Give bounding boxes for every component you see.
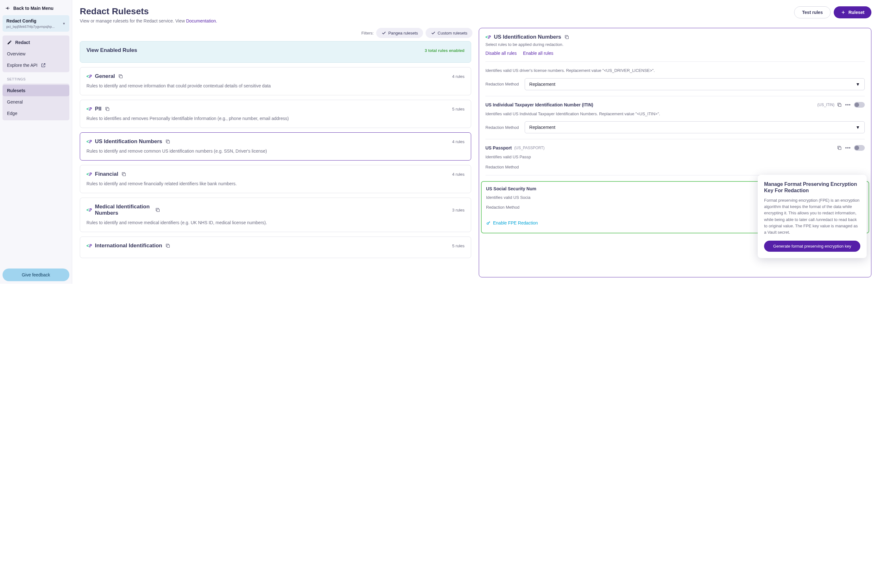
- main: Redact Rulesets View or manage rulesets …: [72, 0, 879, 284]
- enable-all-link[interactable]: Enable all rules: [523, 51, 554, 56]
- generate-fpe-key-button[interactable]: Generate format preserving encryption ke…: [764, 241, 860, 252]
- page-title: Redact Rulesets: [80, 6, 217, 16]
- filter-pangea-chip[interactable]: Pangea rulesets: [376, 28, 423, 38]
- documentation-link[interactable]: Documentation.: [186, 18, 217, 23]
- svg-rect-7: [839, 104, 842, 106]
- more-icon[interactable]: •••: [845, 146, 851, 150]
- copy-icon[interactable]: [837, 146, 842, 150]
- card-count: 4 rules: [452, 172, 465, 177]
- svg-rect-1: [106, 108, 109, 111]
- chevron-down-icon: ▼: [856, 82, 860, 87]
- config-label: Redact Config: [6, 18, 55, 23]
- ruleset-list[interactable]: View Enabled Rules 3 total rules enabled…: [80, 41, 472, 278]
- nav-rulesets[interactable]: Rulesets: [3, 85, 69, 96]
- card-desc: Rules to identifies and removes Personal…: [87, 115, 465, 122]
- svg-point-9: [487, 223, 489, 224]
- rule-code: (US_ITIN): [817, 103, 834, 107]
- copy-icon[interactable]: [837, 102, 842, 107]
- nav-block-settings: Rulesets General Edge: [3, 84, 69, 120]
- rule-toggle[interactable]: [854, 145, 865, 151]
- detail-title: US Identification Numbers: [494, 34, 561, 40]
- rule-desc: Identifies valid US Passp: [485, 154, 865, 160]
- card-count: 4 rules: [452, 74, 465, 79]
- settings-section-label: SETTINGS: [3, 77, 69, 84]
- copy-icon[interactable]: [165, 139, 170, 144]
- filter-custom-chip[interactable]: Custom rulesets: [426, 28, 472, 38]
- card-count: 4 rules: [452, 140, 465, 144]
- popover-body: Format preserving encryption (FPE) is an…: [764, 197, 860, 236]
- check-icon: [430, 30, 436, 36]
- external-link-icon: [41, 63, 46, 68]
- page-subtitle: View or manage rulesets for the Redact s…: [80, 18, 217, 23]
- card-pii[interactable]: PII 5 rules Rules to identifies and remo…: [80, 100, 471, 128]
- pangea-icon: [87, 243, 92, 249]
- config-id: pci_lxpj5fek67hfp7ygvmpsjhp...: [6, 25, 55, 28]
- chevron-down-icon: ▼: [62, 22, 66, 26]
- svg-rect-0: [120, 75, 122, 78]
- card-desc: Rules to identify and remove medical ide…: [87, 219, 465, 226]
- back-label: Back to Main Menu: [13, 6, 54, 11]
- copy-icon[interactable]: [121, 172, 126, 177]
- nav-explore-api[interactable]: Explore the API: [3, 60, 69, 71]
- card-medical[interactable]: Medical Identification Numbers 3 rules R…: [80, 198, 471, 232]
- detail-panel: US Identification Numbers Select rules t…: [479, 28, 872, 278]
- rule-desc: Identifies valid US Individual Taxpayer …: [485, 111, 865, 117]
- svg-rect-6: [566, 36, 569, 39]
- nav-overview[interactable]: Overview: [3, 48, 69, 60]
- card-title: General: [95, 73, 115, 80]
- new-ruleset-button[interactable]: Ruleset: [834, 6, 872, 18]
- svg-rect-2: [167, 141, 170, 143]
- card-intl[interactable]: International Identification 5 rules: [80, 237, 471, 258]
- copy-icon[interactable]: [105, 106, 110, 111]
- card-financial[interactable]: Financial 4 rules Rules to identify and …: [80, 165, 471, 193]
- method-select[interactable]: Replacement ▼: [525, 78, 865, 90]
- popover-title: Manage Format Preserving Encryption Key …: [764, 181, 860, 194]
- rule-toggle[interactable]: [854, 102, 865, 108]
- fpe-popover: Manage Format Preserving Encryption Key …: [758, 175, 867, 258]
- disable-all-link[interactable]: Disable all rules: [485, 51, 517, 56]
- config-selector[interactable]: Redact Config pci_lxpj5fek67hfp7ygvmpsjh…: [3, 15, 69, 32]
- nav-general[interactable]: General: [3, 96, 69, 108]
- enable-fpe-link[interactable]: Enable FPE Redaction: [486, 220, 538, 225]
- arrow-left-icon: [5, 6, 10, 11]
- card-enabled-rules[interactable]: View Enabled Rules 3 total rules enabled: [80, 41, 471, 63]
- card-title: PII: [95, 106, 102, 112]
- card-general[interactable]: General 4 rules Rules to identify and re…: [80, 67, 471, 95]
- card-count: 5 rules: [452, 243, 465, 248]
- rule-name: US Passport: [485, 146, 512, 150]
- back-to-main-link[interactable]: Back to Main Menu: [3, 3, 69, 15]
- copy-icon[interactable]: [118, 74, 123, 79]
- nav-edge[interactable]: Edge: [3, 108, 69, 119]
- svg-rect-8: [839, 147, 842, 150]
- more-icon[interactable]: •••: [845, 102, 851, 107]
- nav-redact[interactable]: Redact: [3, 37, 69, 48]
- pangea-icon: [87, 172, 92, 177]
- method-label: Redaction Method: [486, 205, 520, 210]
- nav-overview-label: Overview: [7, 51, 26, 56]
- page-header: Redact Rulesets View or manage rulesets …: [80, 6, 872, 23]
- give-feedback-button[interactable]: Give feedback: [3, 268, 69, 281]
- method-label: Redaction Method: [485, 165, 519, 170]
- copy-icon[interactable]: [564, 34, 569, 40]
- rule-name: US Individual Taxpayer Identification Nu…: [485, 102, 815, 107]
- rule-desc: Identifies valid US driver's license num…: [485, 68, 865, 74]
- test-rules-button[interactable]: Test rules: [794, 6, 831, 18]
- pencil-icon: [7, 40, 12, 45]
- sidebar: Back to Main Menu Redact Config pci_lxpj…: [0, 0, 72, 284]
- pangea-icon: [87, 139, 92, 144]
- svg-rect-4: [157, 209, 159, 212]
- nav-rulesets-label: Rulesets: [7, 88, 26, 93]
- card-title: View Enabled Rules: [87, 47, 137, 54]
- card-desc: Rules to identify and remove common US i…: [87, 148, 465, 154]
- rule-itin: US Individual Taxpayer Identification Nu…: [485, 102, 865, 134]
- rule-code: (US_PASSPORT): [514, 146, 834, 150]
- card-title: International Identification: [95, 243, 162, 249]
- copy-icon[interactable]: [155, 207, 160, 213]
- pangea-icon: [87, 106, 92, 112]
- method-select[interactable]: Replacement ▼: [525, 121, 865, 133]
- pangea-icon: [485, 34, 491, 40]
- copy-icon[interactable]: [165, 243, 170, 248]
- card-usid[interactable]: US Identification Numbers 4 rules Rules …: [80, 132, 471, 160]
- svg-rect-5: [167, 245, 170, 247]
- card-title: Financial: [95, 171, 118, 177]
